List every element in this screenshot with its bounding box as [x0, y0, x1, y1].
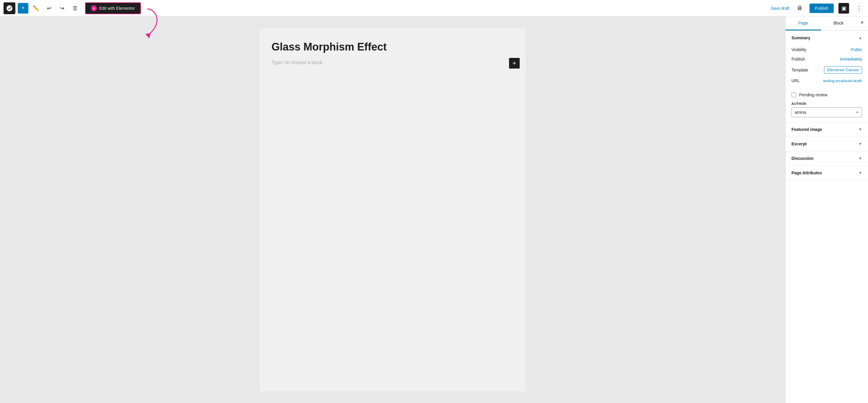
discussion-header[interactable]: Discussion ▼ [785, 151, 868, 165]
elementor-btn-label: Edit with Elementor [99, 6, 135, 11]
more-options-button[interactable]: ⋮ [854, 3, 864, 13]
summary-section: Summary ▲ Visibility Public Publish Imme… [785, 31, 868, 122]
template-row: Template Elementor Canvas [792, 64, 862, 76]
edit-with-elementor-button[interactable]: e Edit with Elementor [85, 2, 141, 14]
toolbar: + ✏️ ↩ ↪ ☰ e Edit with Elementor Save dr… [0, 0, 868, 17]
publish-row: Publish Immediately [792, 54, 862, 64]
view-button[interactable]: 🖥 [794, 3, 805, 13]
editor-area: Glass Morphism Effect Type / to choose a… [0, 17, 785, 403]
featured-image-chevron-icon: ▼ [859, 127, 862, 131]
template-value-button[interactable]: Elementor Canvas [824, 66, 862, 73]
visibility-row: Visibility Public [792, 45, 862, 54]
page-attributes-header[interactable]: Page Attributes ▼ [785, 166, 868, 180]
author-section: AUTHOR amina [785, 99, 868, 122]
page-attributes-title: Page Attributes [792, 170, 822, 175]
page-attributes-section: Page Attributes ▼ [785, 166, 868, 180]
redo-button[interactable]: ↪ [57, 3, 67, 13]
page-attributes-chevron-icon: ▼ [859, 171, 862, 175]
discussion-chevron-icon: ▼ [859, 156, 862, 160]
sidebar-tabs: Page Block × [785, 17, 868, 31]
excerpt-header[interactable]: Excerpt ▼ [785, 137, 868, 151]
toolbar-right: Save draft 🖥 Publish ▣ ⋮ [771, 3, 864, 13]
pending-review-row: Pending review [785, 90, 868, 99]
visibility-label: Visibility [792, 47, 806, 52]
excerpt-section: Excerpt ▼ [785, 137, 868, 151]
url-row: URL testing.local/auto-draft/ [792, 76, 862, 85]
summary-chevron-icon: ▲ [859, 36, 862, 40]
summary-content: Visibility Public Publish Immediately Te… [785, 45, 868, 90]
featured-image-header[interactable]: Featured image ▼ [785, 122, 868, 136]
publish-value[interactable]: Immediately [840, 57, 862, 61]
sidebar: Page Block × Summary ▲ Visibility Public… [785, 17, 868, 403]
page-content: Glass Morphism Effect Type / to choose a… [260, 28, 526, 391]
publish-button[interactable]: Publish [809, 4, 834, 13]
tools-button[interactable]: ✏️ [31, 3, 41, 13]
add-block-toolbar-button[interactable]: + [18, 3, 28, 13]
summary-title: Summary [792, 35, 810, 40]
tab-block[interactable]: Block [821, 17, 857, 30]
pending-review-label: Pending review [799, 92, 828, 97]
wp-logo [4, 2, 16, 14]
elementor-icon: e [91, 5, 97, 11]
featured-image-section: Featured image ▼ [785, 122, 868, 137]
author-select[interactable]: amina [792, 107, 862, 117]
excerpt-chevron-icon: ▼ [859, 142, 862, 146]
author-label: AUTHOR [792, 102, 862, 105]
publish-label: Publish [792, 57, 805, 61]
summary-section-header[interactable]: Summary ▲ [785, 31, 868, 45]
visibility-value[interactable]: Public [851, 47, 862, 52]
main-layout: Glass Morphism Effect Type / to choose a… [0, 17, 868, 403]
url-label: URL [792, 78, 800, 83]
page-title[interactable]: Glass Morphism Effect [272, 40, 514, 54]
save-draft-button[interactable]: Save draft [771, 6, 789, 11]
tab-page[interactable]: Page [785, 17, 821, 30]
undo-button[interactable]: ↩ [44, 3, 54, 13]
list-view-button[interactable]: ☰ [70, 3, 80, 13]
block-placeholder[interactable]: Type / to choose a block [272, 60, 514, 65]
excerpt-title: Excerpt [792, 142, 807, 146]
discussion-section: Discussion ▼ [785, 151, 868, 166]
pending-review-checkbox[interactable] [792, 92, 796, 97]
featured-image-title: Featured image [792, 127, 822, 132]
close-sidebar-button[interactable]: × [856, 17, 868, 28]
url-value[interactable]: testing.local/auto-draft/ [823, 79, 862, 83]
add-block-button[interactable]: + [509, 58, 520, 68]
sidebar-toggle-button[interactable]: ▣ [838, 3, 849, 13]
discussion-title: Discussion [792, 156, 814, 161]
template-label: Template [792, 68, 808, 72]
